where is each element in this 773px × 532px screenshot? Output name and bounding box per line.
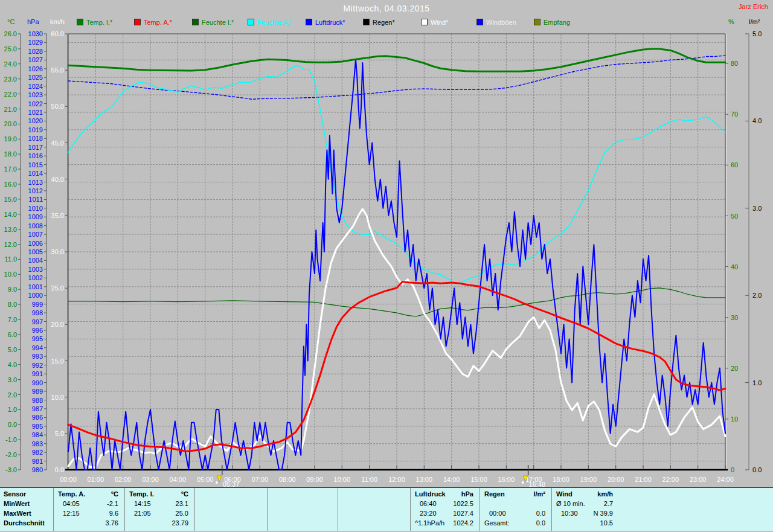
svg-text:981: 981 xyxy=(32,458,43,465)
legend-item-tempi[interactable]: Temp. I.* xyxy=(77,19,112,26)
x-tick-label: 18:00 xyxy=(553,476,569,483)
svg-text:996: 996 xyxy=(32,327,43,334)
svg-text:1028: 1028 xyxy=(28,48,43,55)
sunrise-marker: 05:37 xyxy=(215,465,239,488)
svg-text:50.0: 50.0 xyxy=(51,103,64,110)
svg-text:45.0: 45.0 xyxy=(51,139,64,147)
x-tick-label: 09:00 xyxy=(306,476,323,483)
svg-text:7.0: 7.0 xyxy=(8,316,17,323)
table-cell-value: 10.5 xyxy=(551,519,613,527)
svg-text:1002: 1002 xyxy=(28,274,43,281)
table-cell-value: -2.1 xyxy=(53,500,118,507)
svg-text:18.0: 18.0 xyxy=(4,150,17,158)
svg-text:993: 993 xyxy=(32,353,43,360)
legend-item-wind[interactable]: Wind* xyxy=(421,19,448,26)
svg-text:30.0: 30.0 xyxy=(51,248,64,255)
svg-text:20: 20 xyxy=(731,365,738,372)
axis-unit-temp: °C xyxy=(7,18,14,25)
table-col-unit: l/m² xyxy=(480,490,545,498)
table-cell-value: N 39.9 xyxy=(551,510,613,517)
svg-text:2.0: 2.0 xyxy=(8,391,17,399)
svg-text:1.0: 1.0 xyxy=(8,406,17,413)
svg-text:5.0: 5.0 xyxy=(8,346,17,353)
svg-text:991: 991 xyxy=(32,370,43,377)
svg-text:1023: 1023 xyxy=(28,91,43,98)
x-axis: 00:0001:0002:0003:0004:0005:0006:0007:00… xyxy=(60,465,734,483)
page-title: Mittwoch, 04.03.2015 xyxy=(0,4,773,13)
svg-text:1009: 1009 xyxy=(28,213,43,220)
legend-swatch-icon xyxy=(248,19,254,25)
svg-text:8.0: 8.0 xyxy=(8,301,17,308)
plot-border xyxy=(68,34,726,470)
svg-text:13.0: 13.0 xyxy=(4,226,17,233)
legend-item-tempa[interactable]: Temp. A.* xyxy=(134,19,172,26)
legend-swatch-icon xyxy=(476,19,483,25)
svg-text:3.0: 3.0 xyxy=(752,205,762,212)
svg-text:1021: 1021 xyxy=(28,109,43,116)
svg-text:1.0: 1.0 xyxy=(752,379,762,386)
x-tick-label: 05:00 xyxy=(197,476,214,483)
svg-text:0.0: 0.0 xyxy=(752,466,762,473)
svg-text:20.0: 20.0 xyxy=(4,120,17,127)
summary-table: SensorMinWertMaxWertDurchschnittTemp. A.… xyxy=(0,487,773,531)
x-tick-label: 20:00 xyxy=(608,476,624,483)
x-tick-label: 13:00 xyxy=(416,476,433,483)
table-cell-value: 0.0 xyxy=(480,510,545,517)
axis-unit-pct: % xyxy=(728,18,734,25)
legend-item-luftdruck[interactable]: Luftdruck* xyxy=(306,19,345,26)
legend-item-feuchtei[interactable]: Feuchte I.* xyxy=(192,19,234,26)
x-tick-label: 19:00 xyxy=(580,476,597,483)
legend-item-empfang[interactable]: Empfang xyxy=(534,19,570,26)
table-row-label: MinWert xyxy=(4,500,30,507)
legend-swatch-icon xyxy=(77,19,83,25)
svg-text:987: 987 xyxy=(32,405,43,412)
svg-text:11.0: 11.0 xyxy=(4,255,17,263)
table-col-unit: °C xyxy=(124,490,188,498)
svg-text:1011: 1011 xyxy=(28,196,43,203)
svg-text:24.0: 24.0 xyxy=(4,60,17,68)
x-tick-label: 14:00 xyxy=(443,476,460,483)
table-col-unit: °C xyxy=(53,490,118,498)
x-tick-label: 04:00 xyxy=(170,476,187,483)
legend-label: Feuchte A.* xyxy=(257,19,292,26)
series-windböen xyxy=(68,59,725,470)
axis-unit-kmh: km/h xyxy=(50,18,65,25)
svg-text:982: 982 xyxy=(32,449,43,456)
svg-text:17.0: 17.0 xyxy=(4,165,17,173)
x-tick-label: 11:00 xyxy=(361,476,377,483)
svg-text:988: 988 xyxy=(32,397,43,404)
x-tick-label: 02:00 xyxy=(115,476,132,483)
svg-text:984: 984 xyxy=(32,431,43,438)
svg-text:1000: 1000 xyxy=(28,292,43,299)
svg-text:5.0: 5.0 xyxy=(55,430,64,437)
x-tick-label: 03:00 xyxy=(142,476,159,483)
table-separator xyxy=(338,488,338,531)
legend-item-regen[interactable]: Regen* xyxy=(363,19,395,26)
svg-text:10.0: 10.0 xyxy=(4,271,17,278)
legend-swatch-icon xyxy=(192,19,199,25)
legend-label: Windböen xyxy=(486,19,516,26)
svg-text:3.0: 3.0 xyxy=(8,376,17,383)
svg-text:30: 30 xyxy=(731,314,738,321)
svg-text:994: 994 xyxy=(32,344,43,351)
svg-text:1027: 1027 xyxy=(28,56,43,63)
y-axis-temp: 26.025.024.023.022.021.020.019.018.017.0… xyxy=(4,30,21,473)
svg-text:1024: 1024 xyxy=(28,83,43,90)
svg-text:70: 70 xyxy=(731,111,738,118)
legend-item-feuchtea[interactable]: Feuchte A.* xyxy=(248,19,292,26)
svg-text:-2.0: -2.0 xyxy=(5,451,17,458)
svg-text:4.0: 4.0 xyxy=(752,117,762,124)
table-cell-value: 0.0 xyxy=(480,519,545,527)
legend-swatch-icon xyxy=(363,19,370,25)
svg-text:992: 992 xyxy=(32,362,43,369)
y-axis-kmh: 60.055.050.045.040.035.030.025.020.015.0… xyxy=(51,30,68,473)
svg-text:1013: 1013 xyxy=(28,179,43,186)
svg-text:1010: 1010 xyxy=(28,205,43,212)
svg-text:0.0: 0.0 xyxy=(8,421,17,428)
svg-text:1004: 1004 xyxy=(28,257,43,264)
legend-item-windböen[interactable]: Windböen xyxy=(476,19,516,26)
svg-text:25.0: 25.0 xyxy=(51,284,64,292)
weather-app-window: Mittwoch, 04.03.2015 Jarz Erich °ChPakm/… xyxy=(0,0,773,532)
svg-text:-1.0: -1.0 xyxy=(5,436,17,443)
svg-text:19.0: 19.0 xyxy=(4,135,17,143)
